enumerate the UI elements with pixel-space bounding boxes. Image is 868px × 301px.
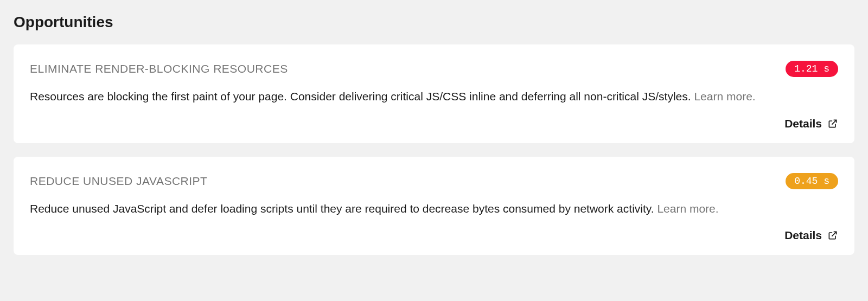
learn-more-link[interactable]: Learn more. (694, 90, 755, 103)
svg-line-0 (832, 120, 836, 124)
card-header: REDUCE UNUSED JAVASCRIPT 0.45 s (30, 173, 838, 189)
section-title: Opportunities (14, 14, 854, 31)
learn-more-link[interactable]: Learn more. (657, 202, 718, 215)
external-link-icon (827, 230, 838, 241)
details-label: Details (784, 229, 822, 242)
card-footer: Details (30, 117, 838, 130)
timing-badge: 0.45 s (786, 173, 838, 189)
external-link-icon (827, 118, 838, 129)
opportunity-title: REDUCE UNUSED JAVASCRIPT (30, 175, 207, 188)
description-text: Resources are blocking the first paint o… (30, 90, 694, 103)
details-button[interactable]: Details (784, 117, 838, 130)
svg-line-1 (832, 232, 836, 236)
opportunity-card: ELIMINATE RENDER-BLOCKING RESOURCES 1.21… (14, 44, 854, 143)
details-label: Details (784, 117, 822, 130)
opportunity-description: Reduce unused JavaScript and defer loadi… (30, 199, 838, 219)
card-header: ELIMINATE RENDER-BLOCKING RESOURCES 1.21… (30, 61, 838, 77)
opportunity-title: ELIMINATE RENDER-BLOCKING RESOURCES (30, 62, 288, 75)
description-text: Reduce unused JavaScript and defer loadi… (30, 202, 657, 215)
opportunity-description: Resources are blocking the first paint o… (30, 87, 838, 106)
details-button[interactable]: Details (784, 229, 838, 242)
timing-badge: 1.21 s (786, 61, 838, 77)
opportunity-card: REDUCE UNUSED JAVASCRIPT 0.45 s Reduce u… (14, 157, 854, 255)
card-footer: Details (30, 229, 838, 242)
